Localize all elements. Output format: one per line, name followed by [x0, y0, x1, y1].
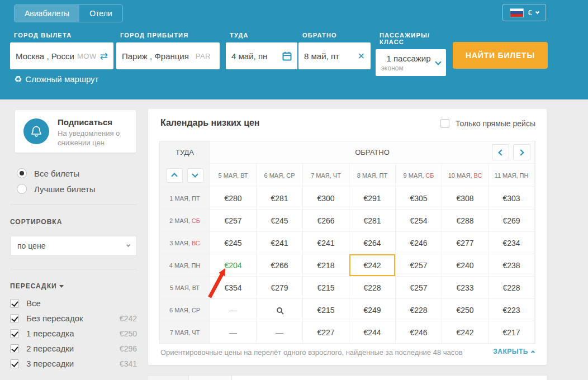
price-cell[interactable]: €228: [396, 299, 442, 321]
price-cell[interactable]: €291: [349, 187, 396, 210]
transfers-heading[interactable]: ПЕРЕСАДКИ: [10, 282, 64, 290]
checkbox-icon: [10, 314, 19, 323]
tab-avia[interactable]: Авиабилеты: [15, 5, 79, 22]
transfer-filter-option[interactable]: 3 пересадки€341: [10, 356, 137, 371]
price-cell[interactable]: €266: [257, 254, 303, 277]
price-cell[interactable]: €228: [489, 277, 535, 299]
price-cell[interactable]: €250: [442, 299, 489, 321]
sorting-heading: СОРТИРОВКА: [10, 218, 62, 226]
price-cell[interactable]: €264: [349, 232, 396, 254]
subscribe-card[interactable]: Подписаться На уведомления о снижении це…: [15, 110, 136, 153]
currency-selector[interactable]: €: [502, 4, 546, 21]
close-calendar-link[interactable]: ЗАКРЫТЬ: [493, 348, 534, 355]
price-cell[interactable]: €234: [489, 232, 535, 254]
price-cell[interactable]: €215: [303, 277, 349, 299]
price-cell[interactable]: €217: [489, 321, 535, 344]
price-matrix: ТУДАОБРАТНО5 МАЯ,ВТ6 МАЯ,СР7 МАЯ,ЧТ8 МАЯ…: [159, 141, 535, 344]
price-cell[interactable]: €241: [303, 232, 349, 254]
ticket-filter-option[interactable]: Лучшие билеты: [17, 181, 95, 197]
from-field[interactable]: Москва , Россия MOW ⇄: [10, 42, 113, 69]
calendar-up-button[interactable]: [167, 168, 183, 183]
price-cell[interactable]: €245: [210, 232, 257, 254]
price-cell[interactable]: €303: [489, 187, 535, 210]
transfer-label: 3 пересадки: [26, 359, 120, 368]
price-cell[interactable]: €227: [303, 321, 349, 344]
price-cell[interactable]: €242: [349, 254, 396, 277]
price-cell[interactable]: €233: [442, 277, 489, 299]
to-field[interactable]: Париж , Франция PAR: [116, 42, 220, 69]
price-value: —: [276, 328, 283, 337]
price-cell[interactable]: €308: [442, 187, 489, 210]
complex-route-link[interactable]: ♻ Сложный маршрут: [14, 74, 99, 84]
price-cell[interactable]: €246: [396, 321, 442, 344]
price-cell[interactable]: €241: [257, 232, 303, 254]
price-cell[interactable]: €244: [349, 321, 396, 344]
price-cell[interactable]: €279: [257, 277, 303, 299]
price-cell[interactable]: €288: [442, 210, 489, 232]
clear-return-icon[interactable]: ✕: [358, 51, 365, 61]
transfer-filter-option[interactable]: 2 пересадки€296: [10, 341, 137, 356]
price-cell[interactable]: —: [210, 321, 257, 344]
price-cell[interactable]: €223: [489, 299, 535, 321]
col-day: ПТ: [380, 172, 388, 179]
obratno-label: ОБРАТНО: [355, 148, 390, 156]
price-cell[interactable]: €246: [396, 232, 442, 254]
passengers-field[interactable]: 1 пассажир эконом: [376, 49, 446, 76]
price-cell[interactable]: €269: [489, 210, 535, 232]
price-cell[interactable]: €254: [396, 210, 442, 232]
price-cell[interactable]: €245: [257, 210, 303, 232]
price-cell[interactable]: —: [210, 299, 257, 321]
direct-only-checkbox[interactable]: [440, 119, 449, 128]
price-cell[interactable]: €238: [489, 254, 535, 277]
price-value: €308: [456, 194, 473, 203]
col-date: 5 МАЯ,: [218, 172, 239, 179]
price-cell[interactable]: €281: [257, 187, 303, 210]
depart-date-field[interactable]: 4 май, пн: [226, 42, 297, 69]
currency-symbol: €: [528, 8, 532, 17]
price-cell[interactable]: €280: [210, 187, 257, 210]
price-cell[interactable]: €281: [349, 210, 396, 232]
from-iata-code: MOW: [77, 52, 97, 60]
price-cell[interactable]: €277: [442, 232, 489, 254]
tab-hotels[interactable]: Отели: [79, 5, 122, 22]
price-cell[interactable]: €240: [442, 254, 489, 277]
price-value: €227: [317, 328, 334, 337]
sort-select[interactable]: по цене: [10, 236, 137, 256]
price-cell[interactable]: €257: [396, 254, 442, 277]
direct-only-checkbox-row[interactable]: Только прямые рейсы: [440, 119, 535, 128]
price-cell[interactable]: €215: [303, 299, 349, 321]
price-cell[interactable]: €257: [210, 210, 257, 232]
close-label: ЗАКРЫТЬ: [493, 348, 528, 355]
price-cell[interactable]: €218: [303, 254, 349, 277]
row-date: 4 МАЯ,: [169, 262, 190, 269]
price-cell[interactable]: €257: [396, 277, 442, 299]
calendar-down-button[interactable]: [187, 168, 203, 183]
price-cell[interactable]: €228: [349, 277, 396, 299]
price-cell[interactable]: €249: [349, 299, 396, 321]
return-date-field[interactable]: 8 май, пт ✕: [298, 42, 371, 69]
russia-flag-icon: [510, 8, 524, 17]
search-tickets-button[interactable]: НАЙТИ БИЛЕТЫ: [453, 42, 548, 69]
ticket-filter-option[interactable]: Все билеты: [17, 165, 95, 181]
col-day: ЧТ: [333, 172, 341, 179]
calendar-next-button[interactable]: [513, 144, 530, 160]
transfers-filter-list: ВсеБез пересадок€2421 пересадка€2502 пер…: [10, 296, 137, 371]
price-cell[interactable]: €354: [210, 277, 257, 299]
price-cell[interactable]: €242: [442, 321, 489, 344]
price-cell[interactable]: —: [257, 321, 303, 344]
transfer-filter-option[interactable]: Все: [10, 296, 137, 311]
price-cell[interactable]: €266: [303, 210, 349, 232]
row-day: ПН: [191, 262, 200, 269]
col-date: 9 МАЯ,: [404, 172, 424, 179]
calendar-prev-button[interactable]: [492, 144, 509, 160]
row-day: ВС: [192, 240, 200, 246]
price-cell[interactable]: [257, 299, 303, 321]
price-cell[interactable]: €204: [210, 254, 257, 277]
transfer-filter-option[interactable]: 1 пересадка€250: [10, 326, 137, 341]
transfer-filter-option[interactable]: Без пересадок€242: [10, 311, 137, 326]
price-value: €303: [502, 194, 520, 203]
price-cell[interactable]: €305: [396, 187, 442, 210]
price-value: €257: [224, 216, 241, 225]
swap-cities-icon[interactable]: ⇄: [100, 50, 108, 62]
price-cell[interactable]: €300: [303, 187, 349, 210]
